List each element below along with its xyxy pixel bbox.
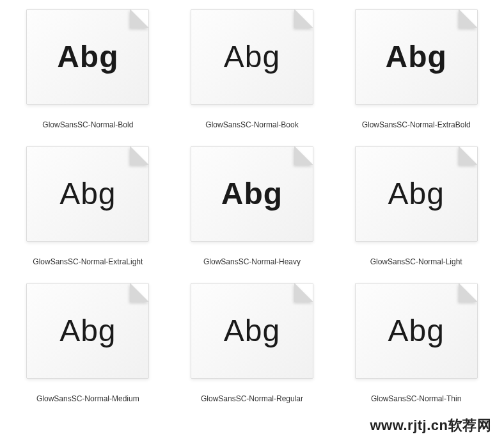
font-label: GlowSansSC-Normal-Regular [201, 394, 303, 412]
font-item[interactable]: Abg GlowSansSC-Normal-Bold [22, 9, 154, 138]
font-preview-text: Abg [386, 42, 447, 72]
page-fold-icon [294, 146, 313, 165]
font-preview-text: Abg [221, 179, 283, 209]
font-item[interactable]: Abg GlowSansSC-Normal-Thin [350, 283, 482, 412]
font-preview-text: Abg [57, 42, 118, 72]
font-thumbnail: Abg [26, 283, 149, 379]
font-thumbnail: Abg [191, 283, 313, 379]
page-fold-icon [459, 9, 478, 28]
font-label: GlowSansSC-Normal-Book [205, 120, 298, 138]
font-thumbnail: Abg [191, 146, 313, 242]
font-thumbnail: Abg [26, 9, 149, 105]
font-thumbnail: Abg [355, 146, 478, 242]
font-item[interactable]: Abg GlowSansSC-Normal-Medium [22, 283, 154, 412]
font-preview-text: Abg [59, 316, 116, 346]
font-preview-text: Abg [388, 316, 444, 346]
font-label: GlowSansSC-Normal-Thin [371, 394, 461, 412]
page-fold-icon [459, 283, 478, 302]
font-label: GlowSansSC-Normal-ExtraBold [362, 120, 471, 138]
font-item[interactable]: Abg GlowSansSC-Normal-ExtraLight [22, 146, 154, 275]
page-fold-icon [294, 9, 313, 28]
font-preview-text: Abg [388, 179, 444, 209]
font-thumbnail: Abg [355, 9, 478, 105]
font-preview-text: Abg [224, 316, 280, 346]
font-label: GlowSansSC-Normal-Bold [42, 120, 133, 138]
font-preview-text: Abg [224, 42, 280, 72]
font-thumbnail: Abg [355, 283, 478, 379]
font-thumbnail-grid: Abg GlowSansSC-Normal-Bold Abg GlowSansS… [0, 0, 504, 412]
font-thumbnail: Abg [26, 146, 149, 242]
font-item[interactable]: Abg GlowSansSC-Normal-Book [186, 9, 319, 138]
font-label: GlowSansSC-Normal-Light [370, 257, 462, 275]
page-fold-icon [294, 283, 313, 302]
font-label: GlowSansSC-Normal-ExtraLight [33, 257, 143, 275]
page-fold-icon [130, 283, 149, 302]
page-fold-icon [130, 9, 149, 28]
font-item[interactable]: Abg GlowSansSC-Normal-Heavy [186, 146, 319, 275]
font-item[interactable]: Abg GlowSansSC-Normal-Regular [186, 283, 319, 412]
font-thumbnail: Abg [191, 9, 313, 105]
font-item[interactable]: Abg GlowSansSC-Normal-ExtraBold [350, 9, 482, 138]
font-item[interactable]: Abg GlowSansSC-Normal-Light [350, 146, 482, 275]
font-preview-text: Abg [59, 179, 116, 209]
font-label: GlowSansSC-Normal-Heavy [203, 257, 301, 275]
watermark-text: www.rjtj.cn软荐网 [370, 416, 491, 435]
page-fold-icon [459, 146, 478, 165]
page-fold-icon [130, 146, 149, 165]
font-label: GlowSansSC-Normal-Medium [36, 394, 139, 412]
